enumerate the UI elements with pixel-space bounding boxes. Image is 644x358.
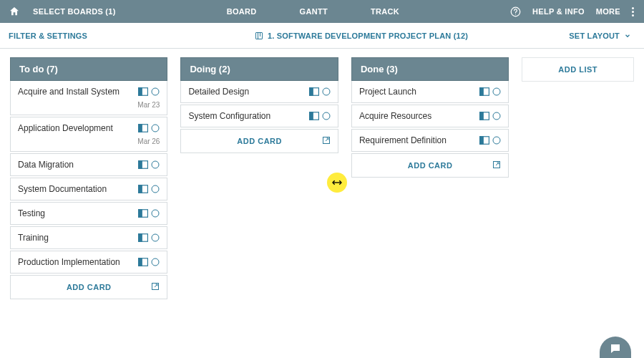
board-icon <box>255 32 263 40</box>
card[interactable]: Production Implementation <box>10 251 167 274</box>
card-title: Acquire and Install System <box>18 87 138 97</box>
card-date: Mar 26 <box>18 137 160 145</box>
svg-rect-2 <box>255 32 262 39</box>
card[interactable]: Requirement Definition <box>351 129 509 152</box>
svg-rect-21 <box>139 234 142 242</box>
status-circle-icon[interactable] <box>492 87 501 96</box>
card-title: System Documentation <box>18 184 138 194</box>
status-circle-icon[interactable] <box>492 112 501 120</box>
svg-point-19 <box>152 210 159 217</box>
column-header[interactable]: To do (7) <box>10 57 167 81</box>
external-icon <box>322 136 331 146</box>
add-list-button[interactable]: ADD LIST <box>522 57 634 82</box>
filter-settings-button[interactable]: FILTER & SETTINGS <box>0 32 165 40</box>
more-menu-icon[interactable] <box>632 7 634 16</box>
status-circle-icon[interactable] <box>322 87 331 96</box>
card-title: Testing <box>18 208 138 218</box>
panel-icon[interactable] <box>138 160 148 169</box>
help-icon[interactable] <box>510 6 521 17</box>
home-icon[interactable] <box>9 6 20 17</box>
card-title: Training <box>18 233 138 243</box>
card-title: Data Migration <box>18 160 138 170</box>
sub-nav: FILTER & SETTINGS 1. SOFTWARE DEVELOPMEN… <box>0 23 644 49</box>
resize-handle[interactable] <box>327 173 347 193</box>
project-title[interactable]: 1. SOFTWARE DEVELOPMENT PROJECT PLAN (12… <box>165 32 558 40</box>
svg-rect-18 <box>139 210 142 218</box>
svg-rect-35 <box>480 88 484 96</box>
status-circle-icon[interactable] <box>322 112 331 120</box>
set-layout-button[interactable]: SET LAYOUT <box>558 32 644 40</box>
external-icon <box>492 160 501 170</box>
column-doing: Doing (2) Detailed Design System Configu… <box>180 57 338 153</box>
panel-icon[interactable] <box>138 258 148 266</box>
card-title: Requirement Definition <box>359 135 479 145</box>
svg-rect-41 <box>480 137 484 145</box>
panel-icon[interactable] <box>138 124 148 132</box>
panel-icon[interactable] <box>479 136 489 145</box>
chat-icon <box>608 342 623 355</box>
column-header[interactable]: Doing (2) <box>180 57 338 81</box>
card[interactable]: Data Migration <box>10 153 167 176</box>
status-circle-icon[interactable] <box>151 258 160 266</box>
select-boards-button[interactable]: SELECT BOARDS (1) <box>33 7 116 16</box>
status-circle-icon[interactable] <box>151 160 160 169</box>
card[interactable]: System Documentation <box>10 178 167 200</box>
tab-board[interactable]: BOARD <box>227 7 257 16</box>
panel-icon[interactable] <box>138 209 148 218</box>
svg-point-22 <box>152 234 159 241</box>
card[interactable]: Acquire and Install System Mar 23 <box>10 81 167 115</box>
svg-rect-9 <box>139 125 142 132</box>
status-circle-icon[interactable] <box>151 124 160 132</box>
svg-point-39 <box>493 112 500 120</box>
card[interactable]: Acquire Resources <box>351 105 509 127</box>
status-circle-icon[interactable] <box>492 136 501 145</box>
column-done: Done (3) Project Launch Acquire Resource… <box>351 57 509 178</box>
panel-icon[interactable] <box>138 87 148 96</box>
column-header[interactable]: Done (3) <box>351 57 509 81</box>
status-circle-icon[interactable] <box>151 233 160 242</box>
tab-track[interactable]: TRACK <box>371 7 399 16</box>
svg-point-1 <box>515 14 516 14</box>
status-circle-icon[interactable] <box>151 209 160 218</box>
card[interactable]: Detailed Design <box>180 81 338 103</box>
panel-icon[interactable] <box>138 185 148 193</box>
more-button[interactable]: MORE <box>596 7 620 16</box>
chevron-down-icon <box>624 32 631 39</box>
card[interactable]: System Configuration <box>180 105 338 127</box>
panel-icon[interactable] <box>479 112 489 120</box>
add-card-button[interactable]: ADD CARD <box>180 129 338 153</box>
panel-icon[interactable] <box>309 87 319 96</box>
card[interactable]: Application Development Mar 26 <box>10 117 167 152</box>
card-title: Acquire Resources <box>359 111 479 121</box>
svg-point-29 <box>323 88 330 95</box>
card-title: Application Development <box>18 123 138 133</box>
add-card-button[interactable]: ADD CARD <box>351 153 509 178</box>
panel-icon[interactable] <box>309 112 319 120</box>
status-circle-icon[interactable] <box>151 87 160 96</box>
tab-gantt[interactable]: GANTT <box>300 7 328 16</box>
svg-point-16 <box>152 185 159 193</box>
board-area: To do (7) Acquire and Install System Mar… <box>0 49 644 308</box>
card[interactable]: Training <box>10 226 167 249</box>
status-circle-icon[interactable] <box>151 185 160 193</box>
svg-point-32 <box>323 112 330 120</box>
card-title: Production Implementation <box>18 257 138 267</box>
card[interactable]: Testing <box>10 202 167 225</box>
card-title: Detailed Design <box>188 87 308 97</box>
column-todo: To do (7) Acquire and Install System Mar… <box>10 57 167 299</box>
svg-rect-38 <box>480 112 484 120</box>
chat-widget[interactable] <box>600 337 631 358</box>
panel-icon[interactable] <box>479 87 489 96</box>
svg-point-42 <box>493 137 500 144</box>
card[interactable]: Project Launch <box>351 81 509 103</box>
help-button[interactable]: HELP & INFO <box>532 7 585 16</box>
svg-point-13 <box>152 161 159 168</box>
add-card-button[interactable]: ADD CARD <box>10 275 167 299</box>
svg-point-36 <box>493 88 500 95</box>
svg-point-7 <box>152 88 159 95</box>
card-title: System Configuration <box>188 111 308 121</box>
panel-icon[interactable] <box>138 233 148 242</box>
svg-rect-15 <box>139 185 142 193</box>
external-icon <box>151 282 160 292</box>
svg-rect-28 <box>309 88 313 96</box>
